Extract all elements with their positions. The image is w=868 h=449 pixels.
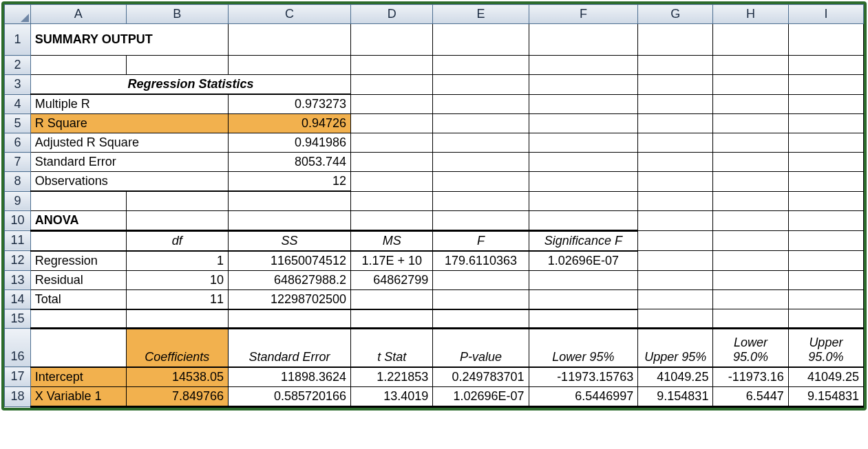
cell-x1-lo[interactable]: 6.5446997 — [529, 386, 638, 406]
row-header-15[interactable]: 15 — [5, 309, 31, 329]
cell[interactable] — [638, 270, 713, 289]
cell[interactable] — [351, 172, 433, 192]
cell-anova-hdr-df[interactable]: df — [126, 230, 228, 251]
cell[interactable] — [713, 114, 788, 133]
cell[interactable] — [433, 114, 529, 133]
cell[interactable] — [713, 153, 788, 172]
cell-obs-value[interactable]: 12 — [229, 172, 351, 192]
cell[interactable] — [713, 289, 788, 309]
cell[interactable] — [713, 251, 788, 271]
cell-rsquare-label[interactable]: R Square — [30, 114, 228, 133]
cell[interactable] — [229, 56, 351, 75]
cell[interactable] — [351, 309, 433, 329]
cell-anova-tot-label[interactable]: Total — [30, 289, 126, 309]
cell[interactable] — [788, 230, 863, 251]
cell-x1-hi2[interactable]: 9.154831 — [788, 386, 863, 406]
cell[interactable] — [433, 75, 529, 95]
cell-multiple-r-value[interactable]: 0.973273 — [229, 94, 351, 114]
cell[interactable] — [126, 210, 228, 230]
cell[interactable] — [529, 270, 638, 289]
cell-anova-tot-ss[interactable]: 12298702500 — [229, 289, 351, 309]
row-header-1[interactable]: 1 — [5, 24, 31, 56]
cell-intercept-label[interactable]: Intercept — [30, 367, 126, 387]
cell-anova-res-ss[interactable]: 648627988.2 — [229, 270, 351, 289]
cell[interactable] — [433, 309, 529, 329]
row-header-16[interactable]: 16 — [5, 329, 31, 367]
row-header-11[interactable]: 11 — [5, 230, 31, 251]
cell-anova-reg-ss[interactable]: 11650074512 — [229, 251, 351, 271]
cell-adjrsq-label[interactable]: Adjusted R Square — [30, 133, 228, 153]
row-header-17[interactable]: 17 — [5, 367, 31, 387]
cell-anova-res-ms[interactable]: 64862799 — [351, 270, 433, 289]
cell[interactable] — [529, 75, 638, 95]
row-header-12[interactable]: 12 — [5, 251, 31, 271]
cell[interactable] — [638, 75, 713, 95]
cell-stderr-value[interactable]: 8053.744 — [229, 153, 351, 172]
cell-x1-t[interactable]: 13.4019 — [351, 386, 433, 406]
cell[interactable] — [433, 210, 529, 230]
cell-stderr-label[interactable]: Standard Error — [30, 153, 228, 172]
cell[interactable] — [126, 309, 228, 329]
cell-anova-tot-df[interactable]: 11 — [126, 289, 228, 309]
cell[interactable] — [433, 56, 529, 75]
cell[interactable] — [433, 133, 529, 153]
cell[interactable] — [788, 153, 863, 172]
cell[interactable] — [713, 75, 788, 95]
cell[interactable] — [638, 94, 713, 114]
cell-intercept-coef[interactable]: 14538.05 — [126, 367, 228, 387]
cell-adjrsq-value[interactable]: 0.941986 — [229, 133, 351, 153]
cell-anova-res-label[interactable]: Residual — [30, 270, 126, 289]
cell[interactable] — [529, 210, 638, 230]
cell-anova-hdr-f[interactable]: F — [433, 230, 529, 251]
cell-x1-lo2[interactable]: 6.5447 — [713, 386, 788, 406]
cell[interactable] — [529, 289, 638, 309]
cell[interactable] — [433, 172, 529, 192]
cell[interactable] — [433, 289, 529, 309]
cell[interactable] — [229, 210, 351, 230]
cell[interactable] — [351, 210, 433, 230]
row-header-9[interactable]: 9 — [5, 191, 31, 210]
cell[interactable] — [529, 172, 638, 192]
cell[interactable] — [788, 270, 863, 289]
cell[interactable] — [713, 56, 788, 75]
cell[interactable] — [351, 24, 433, 56]
cell[interactable] — [713, 230, 788, 251]
cell-anova-title[interactable]: ANOVA — [30, 210, 126, 230]
cell[interactable] — [351, 114, 433, 133]
cell[interactable] — [433, 94, 529, 114]
cell[interactable] — [529, 309, 638, 329]
cell[interactable] — [713, 191, 788, 210]
cell[interactable] — [713, 24, 788, 56]
cell[interactable] — [788, 289, 863, 309]
cell-anova-hdr-ms[interactable]: MS — [351, 230, 433, 251]
cell[interactable] — [30, 309, 126, 329]
cell-intercept-lo[interactable]: -11973.15763 — [529, 367, 638, 387]
cell-regstats-header[interactable]: Regression Statistics — [30, 75, 350, 95]
cell[interactable] — [529, 24, 638, 56]
cell[interactable] — [638, 56, 713, 75]
cell-coef-hdr-coef[interactable]: Coefficients — [126, 329, 228, 367]
cell-anova-reg-f[interactable]: 179.6110363 — [433, 251, 529, 271]
cell-x1-p[interactable]: 1.02696E-07 — [433, 386, 529, 406]
cell-anova-hdr-sigf[interactable]: Significance F — [529, 230, 638, 251]
cell[interactable] — [638, 191, 713, 210]
cell[interactable] — [529, 153, 638, 172]
cell[interactable] — [788, 94, 863, 114]
cell[interactable] — [638, 230, 713, 251]
cell[interactable] — [788, 309, 863, 329]
cell[interactable] — [126, 56, 228, 75]
cell-coef-hdr-lo2[interactable]: Lower 95.0% — [713, 329, 788, 367]
cell[interactable] — [529, 56, 638, 75]
cell[interactable] — [351, 153, 433, 172]
cell[interactable] — [713, 270, 788, 289]
cell[interactable] — [30, 230, 126, 251]
cell-x1-se[interactable]: 0.585720166 — [229, 386, 351, 406]
cell[interactable] — [351, 94, 433, 114]
cell[interactable] — [638, 289, 713, 309]
cell[interactable] — [788, 172, 863, 192]
row-header-3[interactable]: 3 — [5, 75, 31, 95]
cell[interactable] — [433, 153, 529, 172]
col-header-F[interactable]: F — [529, 5, 638, 24]
cell[interactable] — [713, 309, 788, 329]
row-header-4[interactable]: 4 — [5, 94, 31, 114]
